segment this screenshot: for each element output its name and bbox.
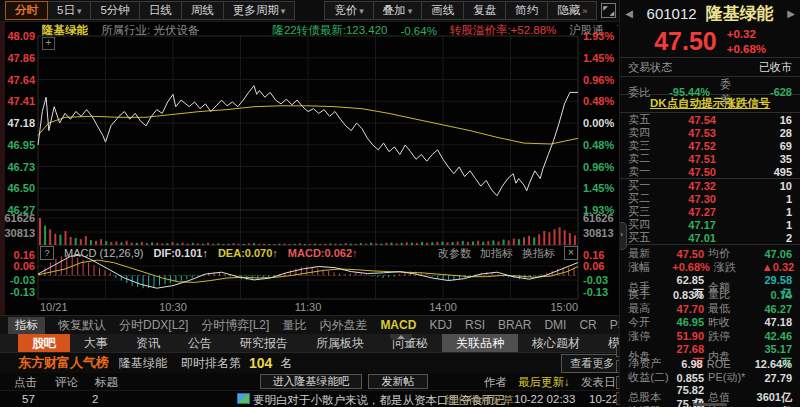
stat-label: 涨停 [628,329,672,344]
buy-qty: 1 [744,219,792,231]
time-tick: 14:00 [429,301,457,313]
page-icon[interactable]: ⊡ [616,344,620,357]
replay-button[interactable]: 复盘 [463,1,506,20]
tab-bankuai[interactable]: 所属板块 [302,334,378,352]
tab-gonggao[interactable]: 公告 [174,334,226,352]
macd-actions: 改参数 加指标 换指标 × [438,246,578,261]
stat-label: 换手 [628,287,672,302]
sell-price: 47.53 [660,127,744,139]
col-date[interactable]: 发表日期↓ [581,375,619,390]
intraday-chart[interactable]: 隆基绿能 所属行业: 光伏设备 隆22转债最新:123.420 -0.64% 转… [0,22,619,315]
prev-stock-icon[interactable]: ◀ [625,8,633,19]
period-label: 日线 [149,4,172,16]
sell-qty: 69 [744,140,792,152]
buy-level: 买五 [628,230,660,245]
period-weekly-button[interactable]: 周线 [181,1,224,20]
collapse-up-handle[interactable] [390,334,412,340]
axis-label: -0.03 [583,274,608,286]
next-stock-icon[interactable]: ▶ [787,8,795,19]
tab-hexin[interactable]: 核心题材 [518,334,594,352]
sell-row[interactable]: 卖一47.50495 [620,165,800,178]
axis-label: 46.50 [7,182,35,194]
col-updated[interactable]: 最后更新↓ [518,375,570,390]
post-author[interactable]: 细心得月见草 [445,393,514,407]
period-fenshi-button[interactable]: 分时 [5,1,48,20]
col-author[interactable]: 作者 [484,375,507,390]
col-clicks[interactable]: 点击 [14,375,37,390]
stat-value: 47.70 [672,303,708,315]
panel-collapse-handle[interactable]: › [620,222,627,250]
period-more-button[interactable]: 更多周期▾ [223,1,296,20]
indicator-dmi[interactable]: DMI [544,318,566,332]
scroll-top-icon[interactable]: ▲ [616,392,620,405]
tab-dashi[interactable]: 大事 [70,334,122,352]
panel-scrollbar[interactable] [693,403,727,406]
indicator-reset[interactable]: 恢复默认 [58,317,106,334]
last-price-block: 47.50 +0.32 +0.68% [620,26,800,57]
drawline-button[interactable]: 画线 [421,1,464,20]
period-5min-button[interactable]: 5分钟 [90,1,139,20]
stat-row: 涨停51.90跌停42.46 [620,329,800,343]
axis-label: -0.13 [583,286,608,298]
add-indicator-button[interactable]: 加指标 [480,246,513,261]
axis-label: 1.93% [583,30,614,42]
axis-label: 46.95 [7,139,35,151]
indicator-boyi[interactable]: 分时博弈[L2] [201,317,269,334]
tool-label: 隐藏 [557,4,580,16]
axis-label: 0.48% [583,139,614,151]
fullscreen-icon[interactable] [601,3,616,18]
buy-row[interactable]: 买五47.012 [620,231,800,244]
col-title[interactable]: 标题 [95,375,118,390]
period-toolbar: 分时 5日▾ 5分钟 日线 周线 更多周期▾ 竞价▾ 叠加▾ 画线 复盘 简约 … [0,0,619,22]
forum-post-row[interactable]: 57 2 要明白对于小散户来说，都是从资本口里夺食而已 细心得月见草 10-22… [0,390,619,407]
indicator-menu-button[interactable]: 指标 [8,317,45,334]
period-daily-button[interactable]: 日线 [139,1,182,20]
popularity-rank: 104 [249,355,272,371]
forum-header: 点击 评论 标题 进入隆基绿能吧 发新帖 作者 最后更新↓ 发表日期↓ [0,373,619,390]
expand-plus-icon[interactable]: + [42,37,55,50]
change-params-button[interactable]: 改参数 [438,246,471,261]
indicator-cr[interactable]: CR [579,318,596,332]
stat-label: 均价 [708,246,756,261]
tab-guba[interactable]: 股吧 [18,334,70,352]
popularity-title[interactable]: 东方财富人气榜 [18,354,109,372]
tab-yanbao[interactable]: 研究报告 [226,334,302,352]
hide-button[interactable]: 隐藏» [547,1,597,20]
tab-guanlian[interactable]: 关联品种 [442,334,518,352]
overlay-button[interactable]: 叠加▾ [373,1,423,20]
macd-header: ? MACD (12,26,9) DIF:0.101↑ DEA:0.070↑ M… [40,246,578,260]
axis-label: 0.06 [14,260,35,272]
auction-button[interactable]: 竞价▾ [324,1,374,20]
axis-label: 47.18 [7,117,35,129]
close-icon[interactable]: × [564,246,578,260]
stat-label: 量比 [708,287,756,302]
col-comments[interactable]: 评论 [55,375,78,390]
time-axis: 10/2110:3011:3014:0015:00 [0,300,619,315]
help-icon[interactable]: ? [40,246,54,260]
english-icon[interactable]: E [616,360,620,373]
indicator-kdj[interactable]: KDJ [429,318,452,332]
indicator-psy[interactable]: PSY [610,318,619,332]
stat-value: 12.64% [755,358,792,370]
simple-mode-button[interactable]: 简约 [505,1,548,20]
new-post-button[interactable]: 发新帖 [368,374,428,389]
enter-forum-button[interactable]: 进入隆基绿能吧 [260,374,362,389]
axis-label: 0.48% [583,95,614,107]
indicator-neiwai[interactable]: 内外盘差 [319,317,367,334]
alert-icon[interactable]: ! [616,376,620,389]
period-5day-button[interactable]: 5日▾ [47,1,91,20]
indicator-rsi[interactable]: RSI [465,318,485,332]
indicator-liangbi[interactable]: 量比 [282,317,306,334]
indicator-macd[interactable]: MACD [380,318,416,332]
time-tick: 15:00 [550,301,578,313]
indicator-ddx[interactable]: 分时DDX[L2] [119,317,188,334]
tab-zixun[interactable]: 资讯 [122,334,174,352]
indicator-brar[interactable]: BRAR [498,318,531,332]
switch-indicator-button[interactable]: 换指标 [522,246,555,261]
view-more-button[interactable]: 查看更多 [561,354,619,373]
chevron-down-icon: ▾ [359,6,364,16]
intraday-chart-svg[interactable] [0,22,619,315]
post-updated: 10-22 02:33 [514,393,575,405]
tool-label: 简约 [515,4,538,16]
popularity-suffix: 名 [280,355,292,372]
